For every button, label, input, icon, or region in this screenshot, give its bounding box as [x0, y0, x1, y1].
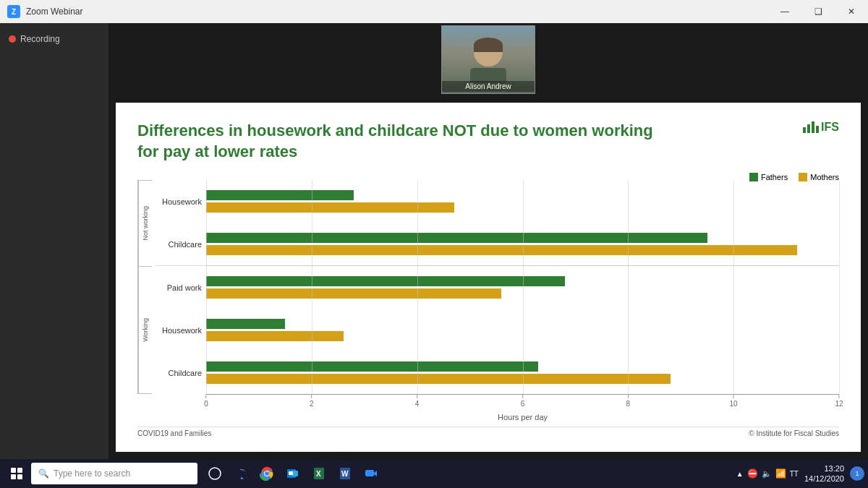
ifs-bar-2: [807, 124, 810, 133]
not-working-label: Not working: [142, 206, 149, 241]
bar-row-childcare-2: [206, 351, 839, 394]
recording-label: Recording: [20, 34, 60, 44]
svg-rect-15: [365, 470, 374, 476]
outlook-icon[interactable]: [281, 462, 305, 485]
wifi-icon[interactable]: 📶: [775, 468, 786, 479]
ifs-bar-3: [812, 121, 814, 133]
close-button[interactable]: ✕: [835, 0, 868, 23]
not-working-group-label-container: Not working: [137, 180, 152, 267]
start-button[interactable]: [4, 461, 29, 487]
x-tick-2: 2: [310, 395, 314, 408]
childcare-2-label: Childcare: [156, 351, 206, 394]
fathers-bar-fill-housework-2: [206, 319, 285, 329]
app-icon: Z: [7, 5, 20, 18]
search-icon: 🔍: [38, 468, 49, 479]
mothers-bar-paidwork: [206, 288, 839, 299]
svg-rect-0: [11, 468, 16, 473]
face-hair: [474, 38, 503, 52]
title-bar: Z Zoom Webinar — ❑ ✕: [0, 0, 868, 23]
notification-icon[interactable]: 1: [850, 466, 864, 481]
search-bar[interactable]: 🔍 Type here to search: [31, 463, 197, 484]
recording-indicator: Recording: [9, 34, 60, 44]
group-labels: Not working Working: [137, 180, 152, 423]
maximize-button[interactable]: ❑: [801, 0, 835, 23]
footer-right: © Institute for Fiscal Studies: [749, 429, 839, 437]
recording-dot: [9, 35, 16, 43]
svg-rect-1: [17, 468, 22, 473]
left-sidebar: Recording: [0, 23, 109, 459]
fathers-bar-housework-1: [206, 190, 839, 200]
slide-area: Differences in housework and childcare N…: [109, 95, 868, 459]
system-tray: ▲ ⛔ 🔈 📶 TT: [736, 468, 799, 479]
mothers-bar-fill-housework-2: [206, 331, 344, 341]
bar-row-childcare-1: [206, 223, 839, 265]
fathers-bar-fill-childcare-2: [206, 361, 538, 372]
video-top-area: Alison Andrew: [109, 23, 868, 95]
not-working-row-labels: Housework Childcare: [156, 180, 206, 265]
zoom-icon[interactable]: [359, 462, 383, 485]
presenter-name: Alison Andrew: [442, 81, 535, 92]
svg-rect-2: [11, 474, 16, 479]
working-label: Working: [142, 318, 149, 342]
svg-rect-10: [289, 471, 293, 475]
ifs-bar-4: [816, 126, 819, 133]
x-tick-12: 12: [835, 395, 843, 408]
mothers-bar-housework-1: [206, 202, 839, 213]
taskbar-right: ▲ ⛔ 🔈 📶 TT 13:20 14/12/2020 1: [736, 463, 864, 484]
slide-title: Differences in housework and childcare N…: [137, 121, 664, 162]
volume-icon[interactable]: 🔈: [762, 469, 772, 479]
mothers-bar-fill-paidwork: [206, 288, 501, 299]
working-row-labels: Paid work Housework Childcare: [156, 265, 206, 394]
mothers-bar-fill-childcare-1: [206, 245, 797, 255]
x-tick-6: 6: [521, 395, 525, 408]
bar-row-housework-1: [206, 180, 839, 223]
language-icon: TT: [790, 470, 799, 478]
row-labels-col: Housework Childcare Paid work Housework …: [156, 180, 206, 423]
excel-icon[interactable]: X: [307, 462, 331, 485]
window-controls[interactable]: — ❑ ✕: [768, 0, 868, 23]
x-tick-10: 10: [730, 395, 738, 408]
mothers-bar-childcare-2: [206, 374, 839, 384]
ifs-bar-1: [803, 127, 806, 133]
x-tick-4: 4: [415, 395, 420, 408]
footer-left: COVID19 and Families: [137, 429, 211, 437]
bar-row-paidwork: [206, 266, 839, 309]
svg-point-7: [265, 471, 269, 476]
security-icon: ⛔: [747, 468, 758, 479]
window-title: Zoom Webinar: [26, 7, 82, 17]
housework-2-label: Housework: [156, 309, 206, 351]
fathers-bar-fill-housework-1: [206, 190, 354, 200]
word-icon[interactable]: W: [333, 462, 357, 485]
slide-header: Differences in housework and childcare N…: [137, 121, 839, 162]
edge-icon[interactable]: [229, 462, 252, 485]
clock-time: 13:20: [804, 463, 844, 474]
ifs-text: IFS: [821, 121, 839, 134]
mothers-bar-childcare-1: [206, 245, 839, 255]
x-axis-title: Hours per day: [206, 413, 839, 421]
mothers-bar-housework-2: [206, 331, 839, 341]
not-working-bars: [206, 180, 839, 265]
chart-body: Not working Working Housework Childcare: [137, 180, 839, 423]
slide: Differences in housework and childcare N…: [116, 103, 861, 452]
fathers-bar-housework-2: [206, 319, 839, 329]
main-area: Recording Alison Andrew Differences in h…: [0, 23, 868, 459]
taskbar-app-icons: X W: [203, 462, 383, 485]
chart-container: Fathers Mothers Not working: [137, 173, 839, 423]
fathers-bar-childcare-2: [206, 361, 839, 372]
search-placeholder: Type here to search: [54, 468, 130, 479]
chevron-icon[interactable]: ▲: [736, 470, 744, 478]
ifs-bar-chart-icon: [803, 121, 819, 133]
task-view-button[interactable]: [203, 462, 226, 485]
fathers-bar-fill-childcare-1: [206, 233, 707, 243]
fathers-bar-childcare-1: [206, 233, 839, 243]
working-group-label-container: Working: [137, 267, 152, 394]
face-head: [474, 38, 503, 67]
paid-work-label: Paid work: [156, 266, 206, 309]
fathers-bar-fill-paidwork: [206, 276, 565, 286]
bar-row-housework-2: [206, 309, 839, 351]
chrome-icon[interactable]: [255, 462, 278, 485]
svg-rect-3: [17, 474, 22, 479]
svg-point-4: [209, 468, 221, 479]
mothers-bar-fill-housework-1: [206, 202, 454, 213]
minimize-button[interactable]: —: [768, 0, 801, 23]
